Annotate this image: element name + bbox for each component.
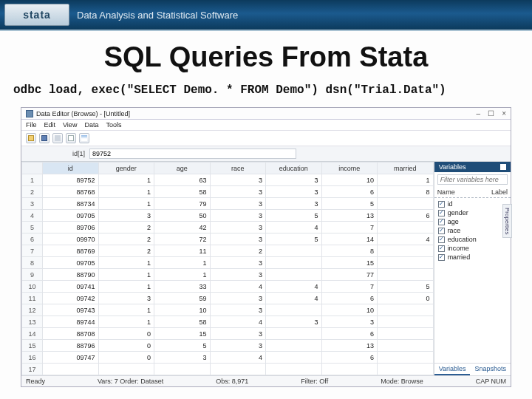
variable-item[interactable]: ✓id xyxy=(434,200,511,208)
cell-reference: id[1] xyxy=(26,150,85,157)
menu-tools[interactable]: Tools xyxy=(106,121,121,129)
app-icon xyxy=(26,110,33,117)
checkbox-icon[interactable]: ✓ xyxy=(438,228,445,234)
checkbox-icon[interactable]: ✓ xyxy=(438,254,445,261)
variables-panel-title: Variables xyxy=(439,163,466,171)
toolbar xyxy=(21,131,511,146)
slide-title: SQL Queries From Stata xyxy=(0,41,532,73)
menu-file[interactable]: File xyxy=(26,121,37,129)
status-caps: CAP NUM xyxy=(476,378,506,385)
data-grid[interactable]: idgenderageraceeducationincomemarried189… xyxy=(21,162,434,375)
checkbox-icon[interactable]: ✓ xyxy=(438,219,445,225)
statusbar: Ready Vars: 7 Order: Dataset Obs: 8,971 … xyxy=(21,375,511,386)
maximize-button[interactable]: ☐ xyxy=(488,109,494,117)
stata-logo: stata xyxy=(4,4,69,26)
minimize-button[interactable]: – xyxy=(477,109,481,117)
checkbox-icon[interactable]: ✓ xyxy=(438,236,445,243)
properties-tab[interactable]: Properties xyxy=(502,204,512,238)
variable-item[interactable]: ✓race xyxy=(434,226,511,235)
variable-item[interactable]: ✓education xyxy=(434,235,511,244)
save-icon[interactable] xyxy=(39,133,50,143)
print-icon[interactable] xyxy=(52,133,63,143)
variable-item[interactable]: ✓gender xyxy=(434,208,511,217)
menubar: File Edit View Data Tools xyxy=(21,120,511,131)
titlebar: Data Editor (Browse) - [Untitled] – ☐ × xyxy=(21,108,511,120)
filter-icon[interactable] xyxy=(79,133,89,143)
checkbox-icon[interactable]: ✓ xyxy=(438,201,445,208)
variables-header: Name Label xyxy=(434,187,511,198)
menu-data[interactable]: Data xyxy=(84,121,98,129)
status-vars: Vars: 7 Order: Dataset xyxy=(98,378,163,385)
tab-variables[interactable]: Variables xyxy=(434,364,471,375)
variable-item[interactable]: ✓married xyxy=(434,253,511,262)
checkbox-icon[interactable]: ✓ xyxy=(438,245,445,252)
browse-icon[interactable] xyxy=(66,133,76,143)
tab-snapshots[interactable]: Snapshots xyxy=(470,364,511,375)
menu-edit[interactable]: Edit xyxy=(44,121,56,129)
data-editor-window: Data Editor (Browse) - [Untitled] – ☐ × … xyxy=(21,107,511,387)
variables-panel: Variables Name Label ✓id✓gender✓age✓race… xyxy=(434,162,511,375)
menu-view[interactable]: View xyxy=(63,121,77,129)
cell-value-input[interactable] xyxy=(89,149,296,159)
status-obs: Obs: 8,971 xyxy=(216,378,248,385)
variable-item[interactable]: ✓age xyxy=(434,217,511,226)
status-filter: Filter: Off xyxy=(301,378,328,385)
pin-icon[interactable] xyxy=(500,164,506,170)
close-button[interactable]: × xyxy=(502,109,506,117)
cell-reference-bar: id[1] xyxy=(21,146,511,162)
variables-tabs: Variables Snapshots xyxy=(434,363,511,375)
variables-filter-input[interactable] xyxy=(437,174,508,185)
checkbox-icon[interactable]: ✓ xyxy=(438,210,445,216)
open-icon[interactable] xyxy=(26,133,36,143)
stata-tagline: Data Analysis and Statistical Software xyxy=(77,10,238,21)
variable-item[interactable]: ✓income xyxy=(434,244,511,253)
odbc-command: odbc load, exec("SELECT Demo. * FROM Dem… xyxy=(0,81,532,104)
status-mode: Mode: Browse xyxy=(381,378,423,385)
status-ready: Ready xyxy=(26,378,45,385)
stata-banner: stata Data Analysis and Statistical Soft… xyxy=(0,0,532,31)
window-title: Data Editor (Browse) - [Untitled] xyxy=(36,110,130,117)
